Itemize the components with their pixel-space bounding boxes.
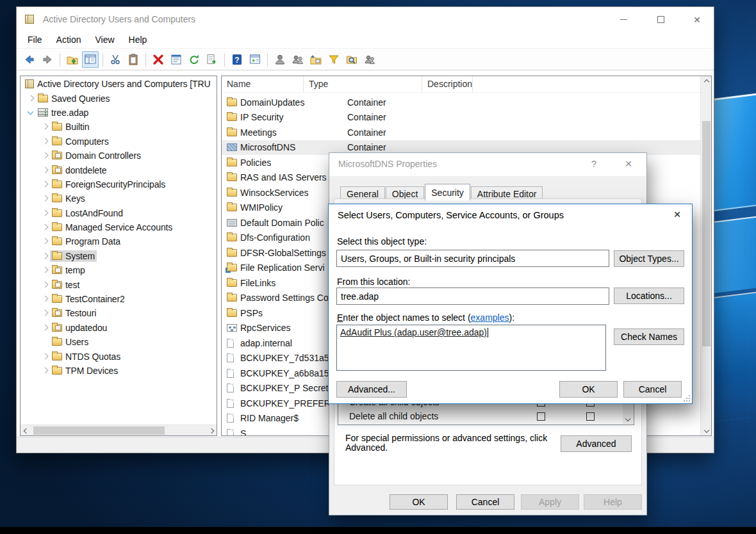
expander-icon[interactable] (40, 136, 50, 147)
group-special-icon[interactable] (361, 51, 378, 68)
tree-item[interactable]: dontdelete (21, 163, 217, 177)
list-row[interactable]: DomainUpdates Container (222, 95, 700, 110)
expander-icon[interactable] (40, 251, 50, 261)
expander-icon[interactable] (40, 150, 50, 161)
tree-item[interactable]: Builtin (21, 120, 217, 134)
tree-item[interactable]: Testouri (21, 306, 217, 320)
tree-item[interactable]: temp (21, 263, 217, 277)
horizontal-scrollbar[interactable] (21, 425, 217, 435)
permission-row[interactable]: Delete all child objects (339, 409, 622, 423)
resize-grip[interactable] (684, 395, 690, 401)
scrollbar-thumb[interactable] (702, 121, 711, 346)
new-window-icon[interactable] (247, 51, 263, 68)
tree-item[interactable]: Active Directory Users and Computers [TR… (21, 77, 217, 91)
add-ou-icon[interactable] (308, 51, 324, 68)
maximize-button[interactable] (652, 11, 670, 28)
cancel-button[interactable]: Cancel (623, 381, 682, 398)
expander-icon[interactable] (26, 108, 36, 118)
expander-icon[interactable] (40, 236, 50, 247)
expander-icon[interactable] (40, 294, 50, 304)
paste-icon[interactable] (125, 51, 142, 68)
menu-item[interactable]: View (88, 32, 121, 47)
menu-item[interactable]: File (21, 32, 49, 47)
expander-icon[interactable] (40, 265, 50, 275)
close-icon[interactable]: × (621, 157, 636, 171)
expander-icon[interactable] (40, 323, 50, 333)
cut-icon[interactable] (107, 51, 124, 68)
console-tree-icon[interactable] (82, 51, 99, 68)
tree-item[interactable]: tree.adap (21, 106, 217, 120)
examples-link[interactable]: examples (471, 312, 509, 323)
expander-icon[interactable] (40, 308, 50, 318)
tree-item[interactable]: TPM Devices (21, 364, 217, 378)
tree-item[interactable]: Managed Service Accounts (21, 220, 217, 234)
close-icon[interactable]: × (670, 207, 684, 222)
tree-item[interactable]: TestContainer2 (21, 292, 217, 306)
scroll-down-button[interactable] (623, 413, 633, 424)
find-icon[interactable] (343, 51, 360, 68)
expander-icon[interactable] (40, 222, 50, 232)
check-names-button[interactable]: Check Names (614, 328, 684, 345)
tree-item[interactable]: Program Data (21, 234, 217, 248)
object-type-input[interactable] (336, 250, 609, 267)
tree-item[interactable]: Saved Queries (21, 91, 217, 105)
tree-item[interactable]: Users (21, 335, 217, 349)
expander-icon[interactable] (40, 179, 50, 190)
vertical-scrollbar[interactable] (700, 76, 711, 435)
object-types-button[interactable]: Object Types... (614, 250, 684, 267)
object-names-input[interactable]: AdAudit Plus (adap.user@tree.adap) (336, 325, 606, 371)
tree-item[interactable]: NTDS Quotas (21, 349, 217, 363)
add-user-icon[interactable] (272, 51, 288, 68)
filter-icon[interactable] (325, 51, 342, 68)
expander-icon[interactable] (40, 280, 50, 290)
tree-item[interactable]: ForeignSecurityPrincipals (21, 177, 217, 191)
expander-icon[interactable] (40, 208, 50, 218)
scroll-left-button[interactable] (21, 425, 31, 436)
ok-button[interactable]: OK (390, 494, 448, 510)
menu-item[interactable]: Action (49, 32, 88, 47)
expander-icon[interactable] (26, 93, 36, 104)
expander-icon[interactable] (40, 366, 50, 376)
tree-item[interactable]: LostAndFound (21, 206, 217, 220)
minimize-button[interactable] (614, 11, 632, 28)
locations-button[interactable]: Locations... (614, 287, 684, 304)
scroll-down-button[interactable] (701, 425, 712, 435)
cancel-button[interactable]: Cancel (456, 494, 514, 510)
expander-icon[interactable] (40, 193, 50, 204)
tab[interactable]: Security (425, 184, 470, 200)
help-button[interactable]: Help (584, 494, 642, 510)
deny-checkbox[interactable] (586, 412, 595, 421)
refresh-icon[interactable] (186, 51, 202, 68)
close-button[interactable]: × (688, 11, 706, 28)
column-header[interactable]: Name (222, 76, 304, 92)
tree-item[interactable]: updatedou (21, 321, 217, 335)
expander-icon[interactable] (40, 352, 50, 362)
forward-icon[interactable] (39, 51, 56, 68)
add-group-icon[interactable] (290, 51, 306, 68)
apply-button[interactable]: Apply (521, 494, 579, 510)
column-header[interactable]: Type (304, 76, 422, 92)
column-header[interactable]: Description (422, 76, 473, 92)
list-row[interactable]: IP Security Container (222, 110, 700, 125)
properties-icon[interactable] (168, 51, 185, 68)
up-folder-icon[interactable] (64, 51, 81, 68)
location-input[interactable] (336, 287, 609, 305)
ok-button[interactable]: OK (559, 381, 618, 398)
tree-item[interactable]: test (21, 277, 217, 291)
list-row[interactable]: Meetings Container (222, 125, 700, 140)
help-icon[interactable]: ? (588, 158, 600, 171)
advanced-button[interactable]: Advanced... (336, 381, 407, 398)
delete-icon[interactable] (150, 51, 167, 68)
allow-checkbox[interactable] (537, 412, 545, 421)
export-list-icon[interactable] (204, 51, 220, 68)
tree-item[interactable]: Keys (21, 191, 217, 206)
tree-item[interactable]: Domain Controllers (21, 149, 217, 163)
expander-icon[interactable] (40, 122, 50, 132)
tree-item[interactable]: System (21, 249, 217, 263)
menu-item[interactable]: Help (122, 32, 154, 47)
back-icon[interactable] (21, 51, 38, 68)
scrollbar-thumb[interactable] (33, 426, 165, 435)
tree-item[interactable]: Computers (21, 134, 217, 149)
scroll-up-button[interactable] (701, 76, 712, 87)
help-icon[interactable]: ? (229, 51, 245, 68)
